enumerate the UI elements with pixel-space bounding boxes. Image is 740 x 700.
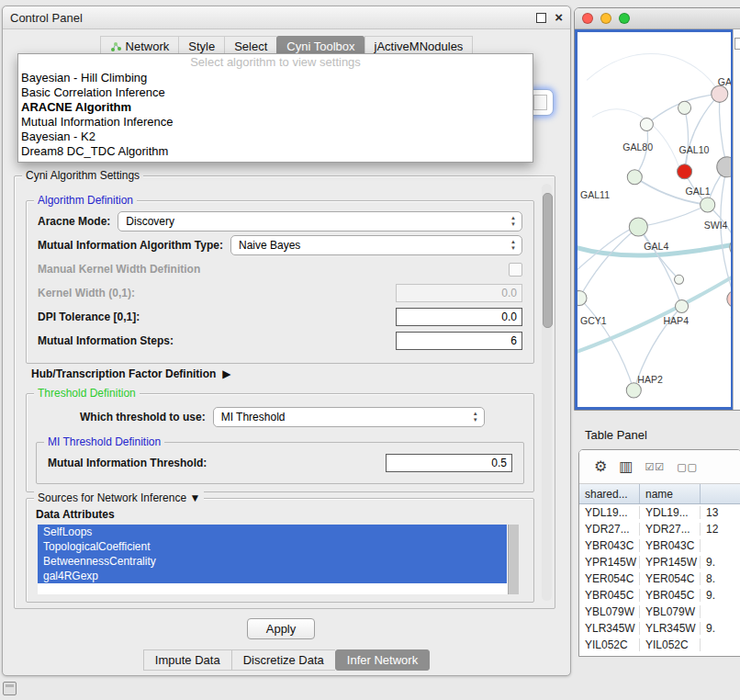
dropdown-item-aracne-algorithm[interactable]: ARACNE Algorithm (18, 100, 533, 115)
scrollbar-thumb[interactable] (543, 193, 553, 328)
network-edge[interactable] (638, 205, 707, 227)
network-svg: GAL7GAL80GAL10GAL11GAL1SWI4GAL4GCY1HAP4Y… (577, 32, 731, 407)
zoom-traffic-light[interactable] (619, 13, 630, 24)
dropdown-item-mutual-information-inference[interactable]: Mutual Information Inference (18, 115, 533, 130)
minimize-traffic-light[interactable] (600, 13, 611, 24)
combo-arrows-icon: ▲▼ (473, 411, 478, 423)
settings-group-title: Cyni Algorithm Settings (22, 169, 143, 182)
aracne-mode-value: Discovery (126, 215, 174, 228)
network-node-gal11[interactable] (627, 170, 642, 185)
table-row[interactable]: YER054CYER054C8. (579, 570, 740, 587)
column-header-name[interactable]: name (640, 484, 701, 503)
table-row[interactable]: YBR043CYBR043C (579, 537, 740, 554)
algorithm-dropdown-list: Select algorithm to view settings Bayesi… (17, 53, 533, 163)
tab-infer-network[interactable]: Infer Network (335, 649, 430, 671)
column-header-extra[interactable] (701, 484, 740, 503)
network-scroll-box[interactable] (734, 38, 740, 50)
table-row[interactable]: YBR045CYBR045C9. (579, 587, 740, 604)
table-row[interactable]: YBL079WYBL079W (579, 604, 740, 620)
table-cell: YBR045C (579, 589, 640, 602)
network-edge (592, 109, 678, 167)
dpi-tolerance-field[interactable] (396, 308, 522, 326)
mi-threshold-title: MI Threshold Definition (44, 435, 164, 448)
table-row[interactable]: YDR27...YDR27...12 (579, 521, 740, 537)
attribute-item-selfloops[interactable]: SelfLoops (38, 525, 507, 539)
hub-factor-expander[interactable]: Hub/Transcription Factor Definition ▶ (31, 367, 231, 380)
dropdown-item-bayesian-hill-climbing[interactable]: Bayesian - Hill Climbing (18, 71, 533, 85)
tab-impute-data[interactable]: Impute Data (143, 649, 231, 671)
dpi-tolerance-label: DPI Tolerance [0,1]: (38, 310, 140, 323)
close-icon[interactable]: × (555, 12, 563, 23)
manual-kernel-checkbox[interactable] (509, 263, 522, 277)
network-node-gal1[interactable] (701, 198, 715, 212)
network-node-gal7[interactable] (712, 85, 728, 102)
combo-arrows-icon: ▲▼ (510, 215, 516, 228)
dropdown-item-basic-correlation-inference[interactable]: Basic Correlation Inference (18, 85, 533, 100)
dropdown-item-bayesian-k2[interactable]: Bayesian - K2 (18, 130, 533, 144)
network-node-hap2[interactable] (626, 383, 641, 398)
control-panel-titlebar[interactable]: Control Panel × (3, 6, 570, 29)
network-node-node-b[interactable] (717, 157, 731, 177)
network-node-node-a[interactable] (678, 101, 691, 114)
network-node-y[interactable] (727, 290, 731, 307)
attribute-item-topologicalcoefficient[interactable]: TopologicalCoefficient (38, 539, 507, 554)
table-row[interactable]: YIL052CYIL052C (579, 637, 740, 653)
node-label-hap2: HAP2 (637, 374, 663, 385)
data-attributes-list[interactable]: SelfLoopsTopologicalCoefficientBetweenne… (38, 525, 519, 594)
table-row[interactable]: YPR145WYPR145W9. (579, 554, 740, 570)
tab-discretize-data[interactable]: Discretize Data (231, 649, 335, 671)
network-edge (577, 270, 731, 353)
network-node-node-c[interactable] (675, 275, 684, 284)
kernel-width-field[interactable] (396, 284, 522, 302)
network-node-gal10[interactable] (678, 164, 692, 179)
restore-panel-icon[interactable] (3, 682, 17, 695)
which-threshold-label: Which threshold to use: (80, 411, 206, 423)
threshold-definition-group: Threshold Definition Which threshold to … (26, 393, 534, 492)
table-row[interactable]: YLR345WYLR345W9. (579, 620, 740, 637)
network-scroll-strip[interactable] (733, 29, 740, 410)
float-window-icon[interactable] (536, 13, 546, 23)
network-node-gal4[interactable] (629, 218, 647, 236)
node-label-gal80: GAL80 (622, 141, 653, 152)
which-threshold-select[interactable]: MI Threshold ▲▼ (213, 407, 485, 427)
mi-type-select[interactable]: Naive Bayes ▲▼ (230, 235, 522, 255)
table-cell: YDR27... (579, 523, 640, 536)
select-all-icon[interactable]: ☑☑ (645, 459, 665, 474)
tab-label: Style (188, 40, 215, 53)
table-body: YDL19...YDL19...13YDR27...YDR27...12YBR0… (579, 504, 740, 653)
table-cell: 8. (701, 572, 740, 585)
table-row[interactable]: YDL19...YDL19...13 (579, 504, 740, 521)
node-label-gcy1: GCY1 (580, 315, 607, 326)
manual-kernel-label: Manual Kernel Width Definition (38, 263, 200, 276)
attribute-item-betweennesscentrality[interactable]: BetweennessCentrality (38, 554, 507, 569)
network-edge[interactable] (579, 298, 633, 390)
network-node-hap4[interactable] (676, 299, 689, 312)
close-traffic-light[interactable] (582, 13, 593, 24)
settings-scrollbar[interactable] (542, 184, 552, 601)
network-node-swi4[interactable] (730, 238, 731, 256)
network-canvas[interactable]: GAL7GAL80GAL10GAL11GAL1SWI4GAL4GCY1HAP4Y… (575, 29, 734, 410)
node-label-hap4: HAP4 (663, 315, 689, 326)
network-window-titlebar[interactable] (575, 8, 740, 29)
column-header-shared[interactable]: shared... (579, 484, 640, 503)
mi-steps-field[interactable] (396, 332, 522, 350)
attribute-item-gal4rgexp[interactable]: gal4RGexp (38, 569, 507, 583)
mi-threshold-field[interactable] (386, 454, 512, 472)
cyni-settings-group: Cyni Algorithm Settings Algorithm Defini… (14, 175, 555, 609)
apply-button[interactable]: Apply (247, 618, 315, 639)
attributes-scrollbar[interactable] (508, 525, 519, 594)
app-root: Control Panel × NetworkStyleSelectCyni T… (0, 0, 740, 700)
network-node-gcy1[interactable] (577, 290, 587, 305)
network-node-gal80[interactable] (640, 118, 653, 130)
sources-title-row[interactable]: Sources for Network Inference ▼ (34, 491, 204, 504)
network-edge[interactable] (719, 94, 726, 166)
network-edge[interactable] (685, 107, 689, 171)
network-edge[interactable] (579, 227, 638, 298)
network-edge[interactable] (638, 227, 681, 306)
columns-icon[interactable]: ▥ (619, 459, 633, 474)
aracne-mode-select[interactable]: Discovery ▲▼ (118, 211, 522, 231)
dropdown-item-dream8-dc-tdc-algorithm[interactable]: Dream8 DC_TDC Algorithm (18, 144, 533, 159)
gear-icon[interactable]: ⚙ (594, 459, 607, 474)
algorithm-definition-title: Algorithm Definition (34, 194, 137, 207)
deselect-all-icon[interactable]: ▢▢ (677, 459, 698, 474)
